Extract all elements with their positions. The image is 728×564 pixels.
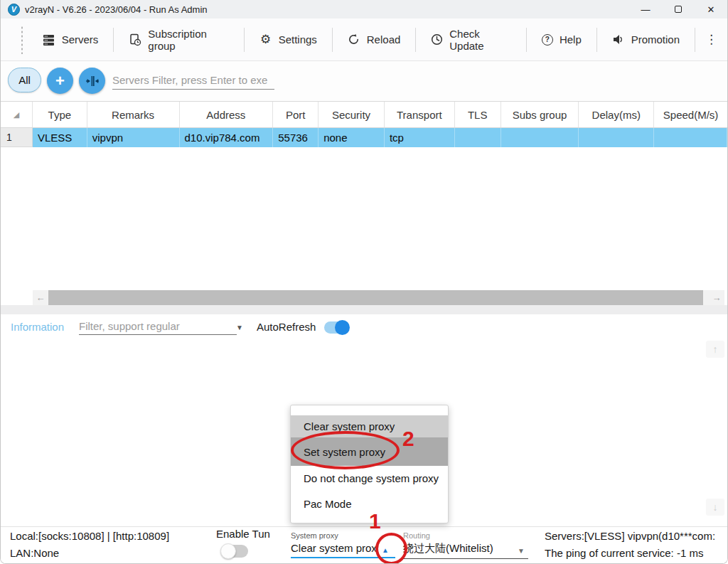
minimize-button[interactable]: —: [629, 0, 662, 18]
servers-menu-label: Servers: [62, 33, 99, 46]
cell-security[interactable]: none: [318, 128, 385, 147]
promotion-icon: [612, 33, 625, 46]
status-bar: Local:[socks:10808] | [http:10809] LAN:N…: [1, 526, 727, 563]
promotion-button[interactable]: Promotion: [597, 18, 695, 60]
server-table: ◢ Type Remarks Address Port Security Tra…: [1, 101, 727, 290]
app-window: V v2rayN - V6.26 - 2023/06/04 - Run As A…: [0, 0, 728, 564]
subscription-icon: [129, 33, 141, 46]
select-all-corner[interactable]: ◢: [1, 102, 33, 127]
enable-tun-label: Enable Tun: [216, 528, 270, 540]
autorefresh-toggle[interactable]: [324, 321, 348, 334]
horizontal-scrollbar[interactable]: ← →: [33, 290, 724, 305]
settings-button[interactable]: ⚙ Settings: [245, 18, 332, 60]
current-server-text: Servers:[VLESS] vipvpn(d10***com:: [545, 530, 715, 542]
toggle-knob: [335, 320, 350, 335]
sort-corner-icon: ◢: [14, 110, 19, 119]
scrollbar-thumb[interactable]: [48, 290, 703, 305]
panel-scroll-down-icon[interactable]: ↓: [706, 499, 724, 516]
table-row[interactable]: 1 VLESS vipvpn d10.vip784.com 55736 none…: [1, 128, 727, 147]
servers-icon: [43, 33, 55, 46]
lan-text: LAN:None: [10, 547, 59, 559]
add-group-button[interactable]: +: [47, 68, 73, 94]
column-header-subs-group[interactable]: Subs group: [501, 102, 579, 127]
annotation-circle-step1: [375, 533, 407, 564]
column-header-remarks[interactable]: Remarks: [87, 102, 180, 127]
column-header-speed[interactable]: Speed(M/s): [654, 102, 727, 127]
column-header-transport[interactable]: Transport: [385, 102, 455, 127]
servers-menu-button[interactable]: Servers: [28, 18, 114, 60]
chevron-down-icon[interactable]: ▼: [518, 547, 525, 555]
row-index-cell[interactable]: 1: [1, 128, 33, 147]
window-title: v2rayN - V6.26 - 2023/06/04 - Run As Adm…: [25, 4, 208, 15]
check-update-button[interactable]: Check Update: [416, 18, 526, 60]
column-header-tls[interactable]: TLS: [455, 102, 501, 127]
annotation-number-1: 1: [369, 509, 381, 533]
table-header-row: ◢ Type Remarks Address Port Security Tra…: [1, 102, 727, 128]
settings-label: Settings: [279, 33, 317, 46]
system-proxy-label: System proxy: [291, 531, 338, 540]
column-header-delay[interactable]: Delay(ms): [579, 102, 654, 127]
main-toolbar: Servers Subscription group ⚙ Settings Re…: [1, 18, 727, 61]
help-icon: ?: [542, 34, 553, 46]
gear-icon: ⚙: [259, 33, 272, 46]
cell-address[interactable]: d10.vip784.com: [180, 128, 274, 147]
column-header-security[interactable]: Security: [318, 102, 385, 127]
reload-button[interactable]: Reload: [333, 18, 416, 60]
toolbar-grip[interactable]: [21, 26, 23, 54]
scroll-left-icon[interactable]: ←: [33, 290, 48, 305]
maximize-button[interactable]: [662, 0, 695, 18]
cell-tls[interactable]: [455, 128, 501, 147]
subscription-group-button[interactable]: Subscription group: [114, 18, 243, 60]
annotation-ellipse-step2: [291, 431, 400, 469]
help-button[interactable]: ? Help: [527, 18, 596, 60]
cell-type[interactable]: VLESS: [33, 128, 87, 147]
cell-speed[interactable]: [654, 128, 727, 147]
server-filter-bar: All +: [1, 61, 727, 101]
help-label: Help: [560, 33, 582, 46]
column-resize-button[interactable]: [79, 68, 105, 94]
maximize-icon: [675, 6, 682, 13]
cell-transport[interactable]: tcp: [385, 128, 455, 147]
menu-item-do-not-change-system-proxy[interactable]: Do not change system proxy: [291, 466, 448, 491]
cell-delay[interactable]: [579, 128, 654, 147]
autorefresh-label: AutoRefresh: [257, 321, 316, 333]
servers-filter-input[interactable]: [112, 71, 274, 90]
check-update-icon: [431, 33, 443, 46]
panel-scroll-up-icon[interactable]: ↑: [706, 341, 724, 358]
cell-port[interactable]: 55736: [273, 128, 318, 147]
enable-tun-toggle[interactable]: [221, 545, 248, 558]
annotation-number-2: 2: [402, 427, 414, 451]
panel-splitter[interactable]: [1, 305, 727, 314]
cell-subs-group[interactable]: [501, 128, 579, 147]
reload-label: Reload: [367, 33, 401, 46]
reload-icon: [348, 33, 360, 46]
scroll-right-icon[interactable]: →: [709, 290, 724, 305]
check-update-label: Check Update: [449, 28, 511, 52]
promotion-label: Promotion: [631, 33, 680, 46]
group-all-button[interactable]: All: [8, 68, 41, 92]
information-title: Information: [11, 321, 64, 333]
ping-status-text: The ping of current service: -1 ms: [545, 547, 703, 559]
app-logo-icon: V: [8, 4, 20, 16]
title-bar: V v2rayN - V6.26 - 2023/06/04 - Run As A…: [1, 0, 727, 18]
column-resize-icon: [86, 75, 99, 87]
message-filter-input[interactable]: [79, 317, 237, 335]
more-menu-button[interactable]: ⋮: [695, 32, 727, 47]
toggle-knob: [220, 543, 236, 559]
routing-label: Routing: [403, 531, 430, 540]
column-header-address[interactable]: Address: [180, 102, 274, 127]
close-button[interactable]: ✕: [695, 0, 727, 18]
subscription-group-label: Subscription group: [148, 28, 228, 52]
local-ports-text: Local:[socks:10808] | [http:10809]: [10, 530, 169, 542]
chevron-down-icon[interactable]: ▼: [236, 324, 243, 331]
information-bar: Information ▼ AutoRefresh: [1, 314, 727, 340]
column-header-port[interactable]: Port: [273, 102, 318, 127]
column-header-type[interactable]: Type: [33, 102, 87, 127]
cell-remarks[interactable]: vipvpn: [87, 128, 180, 147]
routing-dropdown[interactable]: 绕过大陆(Whitelist): [403, 542, 528, 559]
